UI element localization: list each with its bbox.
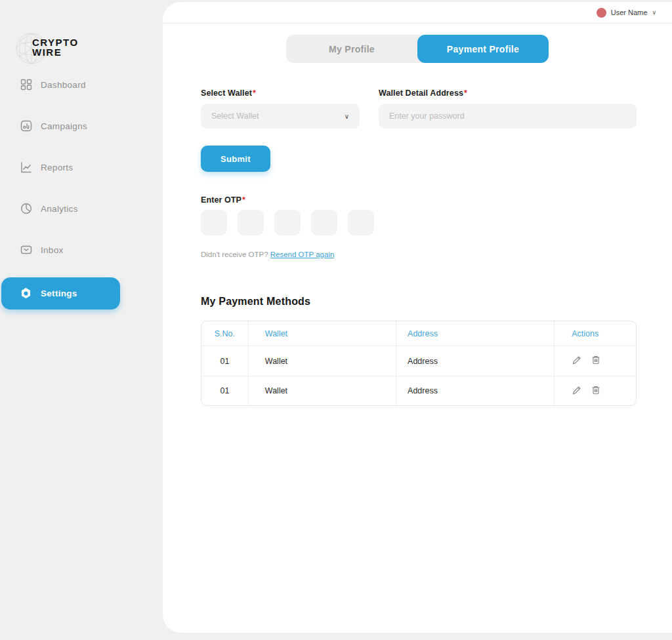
profile-tabs: My Profile Payment Profile	[286, 35, 549, 63]
tab-my-profile[interactable]: My Profile	[286, 35, 417, 63]
sidebar-nav: DashboardCampaignsReportsAnalyticsInboxS…	[0, 71, 163, 323]
sidebar-item-label: Campaigns	[41, 121, 87, 131]
dashboard-icon	[20, 79, 32, 91]
edit-pencil-icon[interactable]	[572, 385, 582, 397]
logo-text: CRYPTO WIRE	[32, 37, 79, 57]
sidebar-item-label: Settings	[41, 289, 77, 298]
user-name-label: User Name	[611, 9, 648, 16]
sidebar-item-campaigns[interactable]: Campaigns	[0, 112, 163, 140]
column-header-address: Address	[396, 321, 555, 346]
delete-trash-icon[interactable]	[591, 355, 601, 367]
otp-box-5[interactable]	[348, 210, 374, 235]
cell-wallet: Wallet	[249, 346, 396, 376]
sidebar-item-inbox[interactable]: Inbox	[0, 236, 163, 264]
user-menu[interactable]: User Name ∨	[597, 8, 656, 18]
sidebar-item-reports[interactable]: Reports	[0, 153, 163, 181]
app-logo: CRYPTO WIRE	[14, 31, 119, 66]
wallet-address-label: Wallet Detail Address*	[379, 89, 467, 98]
select-wallet-label: Select Wallet*	[201, 89, 256, 98]
column-header-actions: Actions	[555, 321, 636, 346]
wallet-address-input[interactable]	[389, 111, 626, 121]
required-asterisk: *	[253, 89, 256, 98]
payment-methods-title: My Payment Methods	[201, 296, 310, 308]
sidebar: CRYPTO WIRE DashboardCampaignsReportsAna…	[0, 0, 163, 640]
select-wallet-dropdown[interactable]: Select Wallet ∨	[201, 104, 360, 129]
tab-payment-profile[interactable]: Payment Profile	[417, 35, 549, 63]
cell-actions	[555, 376, 636, 405]
chevron-down-icon: ∨	[652, 9, 656, 16]
cell-actions	[555, 346, 636, 376]
sidebar-item-label: Inbox	[41, 245, 64, 255]
edit-pencil-icon[interactable]	[572, 355, 582, 367]
resend-otp-link[interactable]: Resend OTP again	[270, 250, 335, 258]
inbox-icon	[20, 244, 32, 256]
table-row: 01WalletAddress	[201, 346, 636, 376]
required-asterisk: *	[242, 195, 245, 205]
enter-otp-label: Enter OTP*	[201, 195, 245, 205]
wallet-address-field	[379, 104, 637, 129]
cell-address: Address	[396, 346, 555, 376]
topbar: User Name ∨	[163, 2, 672, 24]
otp-box-4[interactable]	[311, 210, 337, 235]
select-wallet-placeholder: Select Wallet	[211, 111, 259, 121]
chevron-down-icon: ∨	[345, 113, 349, 120]
reports-icon	[20, 161, 32, 174]
payment-methods-table: S.No. Wallet Address Actions 01WalletAdd…	[201, 321, 637, 406]
cell-sno: 01	[201, 376, 249, 405]
otp-box-2[interactable]	[238, 210, 264, 235]
sidebar-item-label: Reports	[41, 163, 73, 172]
sidebar-item-label: Dashboard	[41, 80, 86, 90]
delete-trash-icon[interactable]	[591, 385, 601, 397]
column-header-sno: S.No.	[201, 321, 249, 346]
cell-sno: 01	[201, 346, 249, 376]
otp-box-3[interactable]	[274, 210, 301, 235]
sidebar-item-settings[interactable]: Settings	[1, 277, 120, 310]
main-content-card: User Name ∨ My Profile Payment Profile S…	[163, 2, 672, 633]
cell-address: Address	[396, 376, 555, 405]
sidebar-item-analytics[interactable]: Analytics	[0, 195, 163, 222]
cell-wallet: Wallet	[249, 376, 396, 405]
avatar	[597, 8, 606, 18]
campaigns-icon	[20, 120, 32, 132]
otp-help-text: Didn't receive OTP? Resend OTP again	[201, 250, 334, 258]
table-row: 01WalletAddress	[201, 376, 636, 405]
sidebar-item-label: Analytics	[41, 204, 78, 214]
sidebar-item-dashboard[interactable]: Dashboard	[0, 71, 163, 98]
submit-button[interactable]: Submit	[201, 146, 270, 172]
column-header-wallet: Wallet	[249, 321, 396, 346]
otp-box-1[interactable]	[201, 210, 227, 235]
table-header-row: S.No. Wallet Address Actions	[201, 321, 636, 346]
required-asterisk: *	[464, 89, 467, 98]
settings-gear-icon	[20, 287, 32, 300]
otp-inputs	[201, 210, 374, 235]
analytics-icon	[20, 203, 32, 215]
